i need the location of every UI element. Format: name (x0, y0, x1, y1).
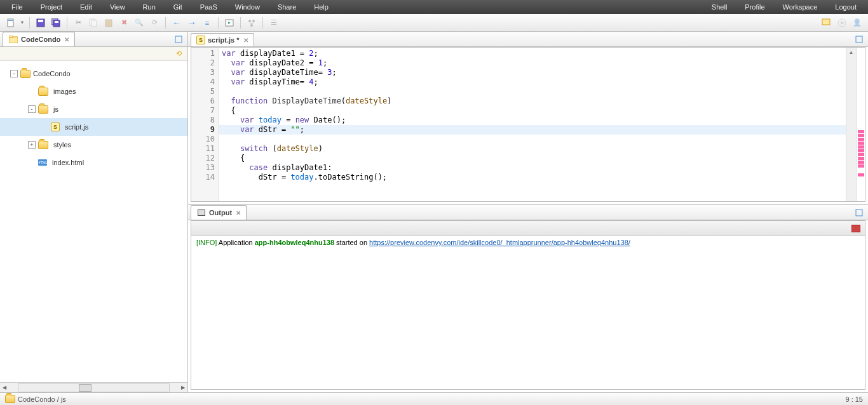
status-bar: CodeCondo / js 9 : 15 (0, 392, 868, 405)
explorer-tab-label: CodeCondo (21, 36, 60, 43)
menu-bar: File Project Edit View Run Git PaaS Wind… (0, 0, 868, 14)
code-area[interactable]: var displayDate1 = 2; var displayDate2 =… (219, 48, 846, 201)
menu-help[interactable]: Help (305, 1, 337, 13)
menu-profile[interactable]: Profile (736, 1, 773, 13)
collapse-icon[interactable]: - (28, 105, 36, 113)
tree-item-label: styles (53, 141, 71, 149)
line-gutter: 1234567891011121314 (191, 48, 219, 201)
maximize-panel-icon[interactable] (854, 208, 864, 218)
editor-tab[interactable]: S script.js * ✕ (191, 33, 254, 46)
cut-icon[interactable]: ✂ (71, 17, 85, 29)
close-icon[interactable]: ✕ (243, 37, 248, 44)
menu-shell[interactable]: Shell (703, 1, 736, 13)
horizontal-scrollbar[interactable]: ◀ ▶ (0, 382, 187, 392)
editor-tab-label: script.js * (208, 36, 240, 44)
svg-rect-15 (822, 19, 830, 25)
feedback-icon[interactable] (820, 17, 834, 29)
vertical-scrollbar[interactable]: ▲ (846, 48, 856, 201)
svg-rect-24 (856, 209, 862, 216)
output-url-link[interactable]: https://preview.codenvy.com/ide/skillcod… (369, 239, 630, 246)
format-icon[interactable]: ≡ (200, 17, 214, 29)
explorer-tab[interactable]: CodeCondo ✕ (3, 32, 75, 46)
minimize-panel-icon[interactable] (173, 34, 184, 44)
clear-console-icon[interactable] (851, 223, 861, 234)
output-tab[interactable]: Output ✕ (191, 205, 247, 220)
menu-git[interactable]: Git (165, 1, 191, 13)
output-panel: Output ✕ [INFO] Application app-hh4obwle… (188, 205, 868, 392)
svg-rect-0 (8, 19, 13, 27)
run-config-icon[interactable] (222, 17, 236, 29)
tree-item-styles[interactable]: +styles (0, 136, 187, 154)
menu-share[interactable]: Share (269, 1, 305, 13)
collapse-icon[interactable]: − (10, 70, 18, 77)
menu-run[interactable]: Run (134, 1, 165, 13)
menu-file[interactable]: File (3, 1, 32, 13)
tree-item-label: js (53, 105, 58, 113)
js-file-icon: S (196, 36, 205, 44)
menu-edit[interactable]: Edit (71, 1, 101, 13)
folder-icon (38, 141, 48, 149)
svg-rect-21 (856, 36, 862, 43)
save-all-icon[interactable] (49, 17, 63, 29)
toolbar: ▼ ✂ ✖ 🔍 ⟳ ← → ≡ ☰ 👤 (0, 14, 868, 32)
file-tree: − CodeCondo images-jsSscript.js+stylesHT… (0, 61, 187, 382)
list-icon[interactable]: ☰ (267, 17, 281, 29)
delete-icon[interactable]: ✖ (117, 17, 131, 29)
status-path: CodeCondo / js (18, 395, 66, 403)
close-icon[interactable]: ✕ (236, 209, 241, 216)
svg-rect-9 (105, 20, 112, 27)
refresh-icon[interactable]: ⟳ (147, 17, 161, 29)
copy-icon[interactable] (86, 17, 100, 29)
tree-item-script-js[interactable]: Sscript.js (0, 118, 187, 136)
code-editor[interactable]: 1234567891011121314 var displayDate1 = 2… (191, 47, 865, 202)
tree-item-js[interactable]: -js (0, 100, 187, 118)
paste-icon[interactable] (102, 17, 116, 29)
folder-icon (38, 105, 48, 114)
svg-rect-1 (8, 20, 13, 21)
cursor-position: 9 : 15 (845, 395, 863, 403)
close-icon[interactable]: ✕ (64, 36, 69, 43)
run-icon[interactable] (835, 17, 849, 29)
tree-root[interactable]: − CodeCondo (0, 65, 187, 83)
output-tab-label: Output (209, 209, 232, 216)
expand-icon[interactable]: + (28, 141, 36, 149)
menu-window[interactable]: Window (226, 1, 269, 13)
nav-back-icon[interactable]: ← (170, 17, 184, 29)
new-file-dropdown-icon[interactable]: ▼ (19, 17, 25, 29)
folder-icon (38, 88, 48, 96)
html-file-icon: HTML (38, 159, 47, 166)
sync-icon[interactable]: ⟲ (173, 49, 184, 59)
svg-rect-3 (38, 20, 43, 22)
output-line: [INFO] Application app-hh4obwleq4nhu138 … (196, 239, 860, 246)
tree-item-index-html[interactable]: HTMLindex.html (0, 154, 187, 171)
search-icon[interactable]: 🔍 (132, 17, 146, 29)
overview-ruler[interactable] (856, 48, 865, 201)
svg-rect-23 (198, 210, 205, 215)
svg-rect-19 (9, 36, 13, 37)
menu-logout[interactable]: Logout (826, 1, 865, 13)
maximize-panel-icon[interactable] (854, 34, 864, 44)
svg-rect-6 (55, 21, 58, 23)
svg-marker-17 (841, 21, 844, 25)
menu-view[interactable]: View (101, 1, 134, 13)
project-icon (8, 34, 18, 44)
svg-point-12 (248, 20, 251, 22)
tree-item-label: images (53, 88, 76, 95)
menu-paas[interactable]: PaaS (191, 1, 226, 13)
menu-project[interactable]: Project (32, 1, 71, 13)
js-file-icon: S (51, 123, 60, 131)
tree-root-label: CodeCondo (33, 70, 71, 77)
svg-point-14 (250, 24, 253, 27)
svg-rect-8 (92, 20, 97, 27)
editor-panel: S script.js * ✕ 1234567891011121314 var … (188, 32, 868, 205)
nav-forward-icon[interactable]: → (185, 17, 199, 29)
branch-icon[interactable] (245, 17, 259, 29)
project-explorer: CodeCondo ✕ ⟲ − CodeCondo images-jsSscri… (0, 32, 188, 392)
console-icon (196, 208, 207, 218)
debug-icon[interactable]: 👤 (850, 17, 864, 29)
folder-open-icon (5, 394, 15, 404)
save-icon[interactable] (34, 17, 48, 29)
tree-item-images[interactable]: images (0, 83, 187, 100)
menu-workspace[interactable]: Workspace (774, 1, 827, 13)
new-file-icon[interactable] (4, 17, 18, 29)
